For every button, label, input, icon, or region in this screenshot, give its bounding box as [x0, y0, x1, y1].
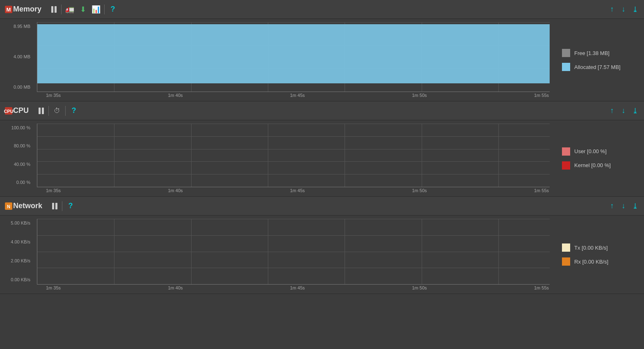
cpu-x-3: 1m 50s	[407, 188, 432, 193]
cpu-grid-v-5	[498, 124, 499, 187]
memory-chart-container: 8.95 MB 4.00 MB 0.00 MB 1m 35s	[0, 19, 644, 101]
memory-down-button[interactable]: ↓	[619, 5, 628, 14]
network-down-button[interactable]: ↓	[619, 201, 628, 211]
network-logo-icon: N	[4, 202, 13, 211]
cpu-title: CPU	[13, 106, 29, 115]
network-x-axis: 1m 35s 1m 40s 1m 45s 1m 50s 1m 55s	[37, 285, 554, 290]
net-x-4: 1m 55s	[529, 285, 554, 290]
network-chart-container: 5.00 KB/s 4.00 KB/s 2.00 KB/s 0.00 KB/s …	[0, 216, 644, 294]
network-y-axis: 5.00 KB/s 4.00 KB/s 2.00 KB/s 0.00 KB/s	[0, 219, 33, 290]
cpu-grid-v-1	[191, 124, 192, 187]
cpu-logo-icon: CPU	[4, 106, 13, 115]
network-help-button[interactable]: ?	[65, 200, 76, 212]
memory-sep2	[104, 5, 105, 14]
cpu-y-0: 100.00 %	[2, 125, 30, 130]
cpu-x-1: 1m 40s	[163, 188, 188, 193]
memory-legend-free-color	[562, 49, 570, 57]
cpu-sep2	[65, 106, 66, 116]
cpu-pause-button[interactable]	[35, 105, 47, 117]
net-grid-v-1	[191, 219, 192, 284]
cpu-header-right: ↑ ↓ ⤓	[607, 106, 640, 116]
memory-legend-allocated-label: Allocated [7.57 MB]	[574, 64, 621, 70]
cpu-up-button[interactable]: ↑	[607, 106, 617, 116]
cpu-y-2: 40.00 %	[2, 162, 30, 167]
memory-x-4: 1m 55s	[529, 93, 554, 98]
memory-x-0: 1m 35s	[41, 93, 66, 98]
memory-panel: M Memory 🚛 ⬇ 📊 ? ↑ ↓ ⤓ 8.95 MB 4.00 MB 0…	[0, 0, 644, 101]
network-chart-inner	[37, 219, 550, 285]
cpu-grid-v-0	[114, 124, 114, 187]
cpu-legend-user-color	[562, 147, 570, 156]
memory-truck-button[interactable]: 🚛	[64, 4, 75, 15]
svg-text:N: N	[7, 204, 10, 209]
network-panel: N Network ? ↑ ↓ ⤓ 5.00 KB/s 4.00 KB/s 2.…	[0, 197, 644, 294]
cpu-panel: CPU CPU ⏱ ? ↑ ↓ ⤓ 100.00 % 80.00 % 40.00…	[0, 101, 644, 197]
cpu-help-button[interactable]: ?	[68, 105, 80, 117]
memory-legend-free: Free [1.38 MB]	[562, 49, 640, 57]
memory-title: Memory	[13, 5, 41, 14]
memory-help-button[interactable]: ?	[107, 4, 119, 15]
memory-y-mid: 4.00 MB	[2, 54, 30, 59]
memory-download-button[interactable]: ⬇	[77, 4, 89, 15]
network-y-1: 4.00 KB/s	[2, 239, 30, 244]
net-grid-v-0	[114, 219, 114, 284]
network-y-0: 5.00 KB/s	[2, 220, 30, 225]
memory-header: M Memory 🚛 ⬇ 📊 ? ↑ ↓ ⤓	[0, 0, 644, 19]
memory-legend: Free [1.38 MB] Allocated [7.57 MB]	[554, 22, 644, 98]
memory-x-1: 1m 40s	[163, 93, 188, 98]
network-legend-tx-color	[562, 243, 570, 252]
memory-header-right: ↑ ↓ ⤓	[607, 5, 640, 14]
network-export-button[interactable]: ⤓	[630, 201, 640, 211]
memory-chart-inner	[37, 22, 550, 92]
cpu-x-4: 1m 55s	[529, 188, 554, 193]
cpu-legend-user-label: User [0.00 %]	[574, 148, 607, 154]
memory-up-button[interactable]: ↑	[607, 5, 617, 14]
cpu-chart-inner	[37, 124, 550, 187]
cpu-header: CPU CPU ⏱ ? ↑ ↓ ⤓	[0, 101, 644, 120]
network-y-3: 0.00 KB/s	[2, 277, 30, 282]
memory-chart-button[interactable]: 📊	[90, 4, 102, 15]
svg-text:M: M	[7, 7, 11, 13]
memory-x-2: 1m 45s	[285, 93, 310, 98]
network-legend-rx: Rx [0.00 KB/s]	[562, 257, 640, 266]
network-title: Network	[13, 202, 42, 210]
cpu-legend-kernel-label: Kernel [0.00 %]	[574, 162, 611, 168]
network-pause-button[interactable]	[49, 200, 60, 212]
net-x-1: 1m 40s	[163, 285, 188, 290]
network-legend-tx-label: Tx [0.00 KB/s]	[574, 245, 608, 251]
network-up-button[interactable]: ↑	[607, 201, 617, 211]
network-legend-rx-color	[562, 257, 570, 266]
memory-y-bot: 0.00 MB	[2, 85, 30, 90]
network-y-2: 2.00 KB/s	[2, 258, 30, 263]
memory-sep1	[61, 5, 62, 14]
cpu-sep1	[48, 106, 49, 116]
network-legend-rx-label: Rx [0.00 KB/s]	[574, 259, 608, 265]
cpu-legend: User [0.00 %] Kernel [0.00 %]	[554, 124, 644, 193]
cpu-y-3: 0.00 %	[2, 180, 30, 185]
cpu-down-button[interactable]: ↓	[619, 106, 628, 116]
memory-x-axis: 1m 35s 1m 40s 1m 45s 1m 50s 1m 55s	[37, 92, 554, 98]
cpu-grid-v-3	[345, 124, 345, 187]
net-x-3: 1m 50s	[407, 285, 432, 290]
cpu-export-button[interactable]: ⤓	[630, 106, 640, 116]
memory-legend-allocated: Allocated [7.57 MB]	[562, 63, 640, 71]
svg-text:CPU: CPU	[4, 109, 13, 114]
cpu-grid-v-2	[268, 124, 268, 187]
cpu-legend-kernel: Kernel [0.00 %]	[562, 161, 640, 170]
network-header-right: ↑ ↓ ⤓	[607, 201, 640, 211]
cpu-x-0: 1m 35s	[41, 188, 66, 193]
memory-pause-button[interactable]	[48, 4, 59, 15]
memory-legend-free-label: Free [1.38 MB]	[574, 50, 610, 56]
net-x-2: 1m 45s	[285, 285, 310, 290]
network-header: N Network ? ↑ ↓ ⤓	[0, 197, 644, 216]
cpu-y-1: 80.00 %	[2, 143, 30, 148]
memory-chart-area: 1m 35s 1m 40s 1m 45s 1m 50s 1m 55s	[37, 22, 554, 98]
network-sep1	[62, 201, 62, 211]
cpu-x-2: 1m 45s	[285, 188, 310, 193]
cpu-clock-button[interactable]: ⏱	[51, 105, 63, 117]
memory-export-button[interactable]: ⤓	[630, 5, 640, 14]
net-grid-v-2	[268, 219, 268, 284]
cpu-legend-user: User [0.00 %]	[562, 147, 640, 156]
net-grid-v-3	[345, 219, 345, 284]
cpu-y-axis: 100.00 % 80.00 % 40.00 % 0.00 %	[0, 124, 33, 193]
